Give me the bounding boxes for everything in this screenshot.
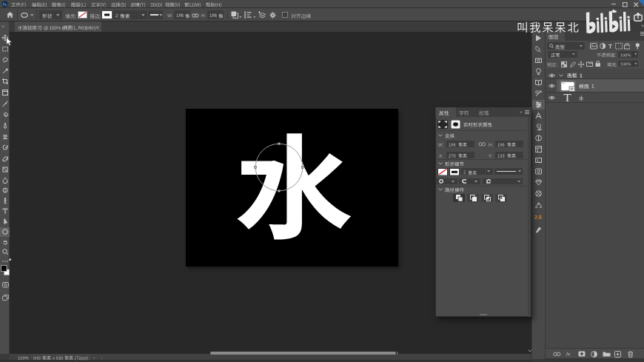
svg-text:Ps: Ps xyxy=(3,3,7,7)
